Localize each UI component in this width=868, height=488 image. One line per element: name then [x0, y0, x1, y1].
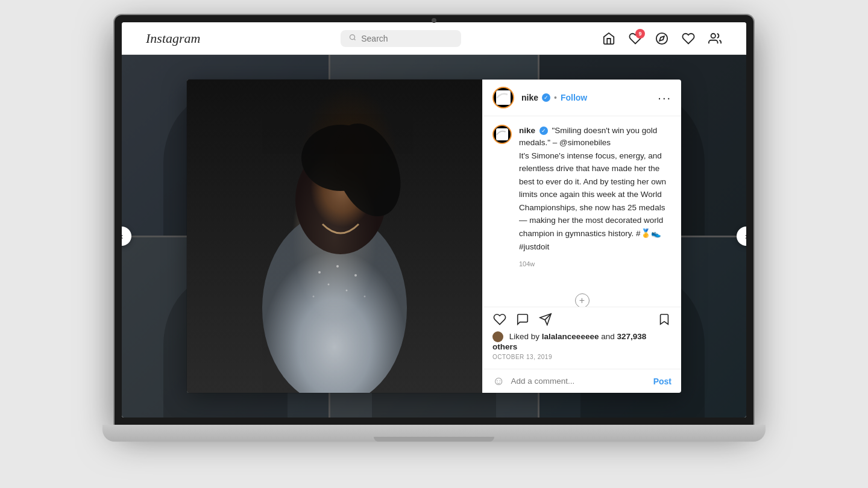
- post-image: [187, 80, 482, 393]
- search-icon: [349, 34, 356, 43]
- likes-text: Liked by lalalanceeeeee and 327,938 othe…: [492, 331, 671, 351]
- post-username: nike: [521, 93, 538, 102]
- caption-text: nike ✓ "Smiling doesn't win you gold med…: [519, 125, 671, 279]
- next-button[interactable]: ›: [737, 227, 746, 246]
- post-actions: Liked by lalalanceeeeee and 327,938 othe…: [483, 307, 681, 369]
- navbar-icons: 9: [602, 31, 722, 46]
- svg-point-2: [656, 33, 667, 43]
- post-avatar: [492, 87, 514, 108]
- caption-timestamp: 104w: [519, 259, 671, 269]
- post-header: nike ✓ • Follow ···: [483, 80, 681, 116]
- svg-line-1: [354, 39, 356, 40]
- verified-badge: ✓: [542, 93, 550, 102]
- like-button[interactable]: [492, 312, 507, 327]
- comment-button[interactable]: [515, 312, 530, 327]
- caption-verified: ✓: [539, 127, 548, 135]
- activity-icon[interactable]: 9: [628, 31, 643, 46]
- follow-button[interactable]: Follow: [561, 93, 587, 102]
- laptop-screen: Instagram: [115, 15, 753, 425]
- caption-username: nike: [519, 126, 535, 135]
- caption-avatar: [492, 125, 512, 144]
- share-button[interactable]: [538, 312, 553, 327]
- search-bar[interactable]: [341, 30, 461, 47]
- svg-point-15: [364, 296, 366, 298]
- liked-by-user[interactable]: lalalanceeeeee: [542, 332, 599, 341]
- heart-icon[interactable]: [681, 31, 696, 46]
- instagram-app: Instagram: [122, 22, 746, 418]
- post-body: nike ✓ "Smiling doesn't win you gold med…: [483, 116, 681, 307]
- modal-overlay: ‹: [122, 55, 746, 418]
- emoji-button[interactable]: ☺: [492, 374, 505, 388]
- svg-point-12: [346, 290, 348, 292]
- post-caption: nike ✓ "Smiling doesn't win you gold med…: [492, 125, 671, 279]
- svg-point-10: [328, 284, 330, 286]
- svg-point-9: [318, 271, 321, 274]
- main-content: ‹: [122, 55, 746, 418]
- caption-body: It's Simone's intense focus, energy, and…: [519, 149, 671, 254]
- expand-comments-button[interactable]: +: [575, 293, 590, 307]
- svg-marker-3: [659, 36, 664, 41]
- notification-badge: 9: [635, 29, 645, 39]
- comment-input[interactable]: [511, 377, 647, 386]
- screen-content: Instagram: [122, 22, 746, 418]
- bookmark-button[interactable]: [657, 312, 671, 327]
- people-icon[interactable]: [708, 31, 722, 46]
- post-comment-button[interactable]: Post: [653, 377, 671, 386]
- home-icon[interactable]: [602, 31, 616, 46]
- svg-point-14: [313, 296, 315, 298]
- svg-point-11: [336, 265, 339, 267]
- post-header-info: nike ✓ • Follow: [521, 93, 650, 102]
- instagram-logo: Instagram: [146, 31, 200, 46]
- svg-point-13: [354, 274, 357, 277]
- navbar: Instagram: [122, 22, 746, 55]
- explore-icon[interactable]: [655, 31, 669, 46]
- svg-point-4: [711, 33, 715, 37]
- prev-button[interactable]: ‹: [122, 227, 131, 246]
- laptop: Instagram: [102, 15, 766, 473]
- laptop-base: [102, 425, 766, 442]
- action-icons: [492, 312, 671, 327]
- more-options-button[interactable]: ···: [658, 91, 671, 105]
- liked-by-avatar: [492, 331, 503, 342]
- comment-input-area: ☺ Post: [483, 369, 681, 393]
- post-info: nike ✓ • Follow ···: [482, 80, 681, 393]
- post-date: OCTOBER 13, 2019: [492, 354, 671, 360]
- post-modal: nike ✓ • Follow ···: [187, 80, 681, 393]
- expand-comments: +: [492, 289, 671, 307]
- search-input[interactable]: [361, 34, 453, 43]
- svg-point-0: [350, 35, 355, 40]
